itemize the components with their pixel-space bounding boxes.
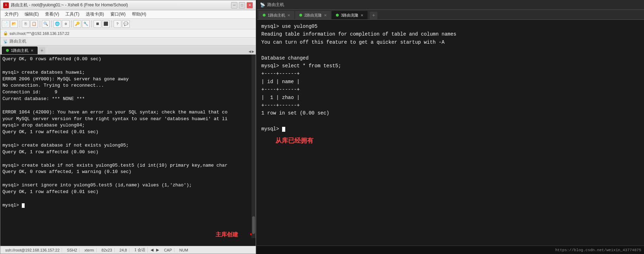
minimize-button[interactable]: ─	[231, 2, 237, 8]
address-bar: 🔒 ssh://root:***@192.168.136.157:22	[0, 29, 256, 38]
menu-tools[interactable]: 工具(T)	[63, 11, 82, 18]
tab-1-close[interactable]: ✕	[31, 49, 33, 52]
menu-file[interactable]: 文件(F)	[2, 11, 21, 18]
lock-icon: 🔒	[3, 31, 8, 36]
tab-bar-left: 1路由主机 ✕ + ◀ ▶	[0, 45, 256, 55]
right-window-title: 路由主机	[267, 2, 284, 8]
settings-button[interactable]: ⚙	[62, 20, 70, 28]
open-button[interactable]: 📂	[10, 20, 18, 28]
right-tab-3[interactable]: 3路由克隆 ✕	[332, 11, 368, 19]
status-bar-left: ssh://root@192.168.136.157:22 SSH2 xterm…	[0, 246, 256, 254]
menu-edit[interactable]: 编辑(E)	[22, 11, 42, 18]
scrollbar-thumb-left[interactable]	[252, 216, 255, 234]
chat-button[interactable]: 💬	[122, 20, 130, 28]
maximize-button[interactable]: □	[239, 2, 245, 8]
right-tab-2-close[interactable]: ✕	[324, 13, 327, 17]
status-arrow-right[interactable]: ▶	[156, 248, 159, 252]
terminal-left[interactable]: Query OK, 0 rows affected (0.00 sec) mys…	[0, 55, 256, 246]
toolbar-separator-5	[91, 20, 92, 27]
close-button[interactable]: ✕	[247, 2, 253, 8]
paste-button[interactable]: 📋	[30, 20, 38, 28]
right-tab-1-label: 1路由主机	[268, 13, 285, 18]
toolbar-separator-4	[71, 20, 72, 27]
toolbar-separator-6	[111, 20, 112, 27]
status-address: ssh://root@192.168.136.157:22	[3, 248, 62, 252]
main-chuangjian-label: 主库创建	[216, 230, 238, 239]
scrollbar-left[interactable]	[251, 55, 256, 238]
bottom-bar-right: https://blog.csdn.net/weixin_43774875	[257, 246, 644, 254]
csdn-link-text: https://blog.csdn.net/weixin_43774875	[555, 248, 641, 252]
title-bar: X 路由主机 - root@yulong01:~ - Xshell 6 (Fre…	[0, 0, 256, 10]
window-title: 路由主机 - root@yulong01:~ - Xshell 6 (Free …	[11, 2, 231, 8]
new-session-button[interactable]: 📄	[2, 20, 9, 28]
status-cols-rows: 82x23	[100, 248, 115, 252]
right-xshell-window: 📡 路由主机 1路由主机 ✕ 2路由克隆 ✕ 3路由克隆 ✕ + mysql> …	[257, 0, 644, 254]
status-pos: 24,8	[117, 248, 129, 252]
status-xterm: xterm	[82, 248, 97, 252]
toolbar-separator-1	[20, 20, 20, 27]
right-tab-add-button[interactable]: +	[370, 12, 377, 19]
toolbar: 📄 📂 ⎘ 📋 🔍 🌐 ⚙ 🔑 🔧 ⏹ ⬛ ? 💬	[0, 19, 256, 29]
session-label: 路由主机	[9, 38, 26, 44]
key-button[interactable]: 🔑	[74, 20, 81, 28]
copy-button[interactable]: ⎘	[22, 20, 30, 28]
right-tab-bar: 1路由主机 ✕ 2路由克隆 ✕ 3路由克隆 ✕ +	[257, 10, 644, 20]
tab-prev-arrow[interactable]: ◀	[249, 49, 251, 54]
status-arrow-left[interactable]: ◀	[151, 248, 153, 252]
status-num: NUM	[177, 248, 190, 252]
window-controls: ─ □ ✕	[231, 2, 253, 8]
terminal-right[interactable]: mysql> use yulong05 Reading table inform…	[257, 20, 644, 246]
right-title-bar: 📡 路由主机	[257, 0, 644, 10]
expand-button[interactable]: ⬛	[102, 20, 110, 28]
left-xshell-window: X 路由主机 - root@yulong01:~ - Xshell 6 (Fre…	[0, 0, 256, 254]
status-caps: CAP	[162, 248, 174, 252]
tab-active-dot	[6, 49, 9, 52]
connect-button[interactable]: 🌐	[53, 20, 61, 28]
right-tab-2[interactable]: 2路由克隆 ✕	[295, 11, 331, 19]
right-tab-1-close[interactable]: ✕	[287, 13, 290, 17]
congku-label: 从库已经拥有	[275, 136, 640, 146]
menu-help[interactable]: 帮助(H)	[129, 11, 149, 18]
right-tab-3-dot	[336, 14, 339, 17]
status-sessions: 1 会话	[132, 247, 148, 253]
terminal-content-left: Query OK, 0 rows affected (0.00 sec) mys…	[2, 56, 254, 209]
right-router-icon: 📡	[260, 2, 265, 7]
tab-next-arrow[interactable]: ▶	[252, 49, 254, 54]
toolbar-separator-3	[51, 20, 52, 27]
right-tab-1[interactable]: 1路由主机 ✕	[259, 11, 294, 19]
right-tab-3-close[interactable]: ✕	[361, 13, 363, 17]
tab-arrows: ◀ ▶	[249, 49, 254, 54]
app-icon: X	[3, 2, 9, 8]
right-tab-2-dot	[299, 14, 302, 17]
tab-add-button[interactable]: +	[38, 47, 45, 54]
you-text: You	[261, 39, 270, 45]
right-tab-3-label: 3路由克隆	[341, 13, 358, 18]
right-tab-1-dot	[263, 14, 266, 17]
stop-button[interactable]: ⏹	[94, 20, 101, 28]
tab-1-router[interactable]: 1路由主机 ✕	[2, 47, 38, 54]
menu-window[interactable]: 窗口(W)	[108, 11, 128, 18]
terminal-content-right: mysql> use yulong05 Reading table inform…	[261, 23, 640, 133]
session-label-bar: 📡 路由主机	[0, 38, 256, 45]
menu-bar: 文件(F) 编辑(E) 查看(V) 工具(T) 选项卡(B) 窗口(W) 帮助(…	[0, 10, 256, 19]
toolbar-separator-2	[40, 20, 40, 27]
menu-tabs[interactable]: 选项卡(B)	[83, 11, 107, 18]
help-button[interactable]: ?	[114, 20, 121, 28]
tool-button[interactable]: 🔧	[82, 20, 90, 28]
menu-view[interactable]: 查看(V)	[42, 11, 62, 18]
right-tab-2-label: 2路由克隆	[304, 13, 322, 18]
status-ssh: SSH2	[65, 248, 79, 252]
search-button[interactable]: 🔍	[42, 20, 50, 28]
tab-1-label: 1路由主机	[11, 48, 28, 53]
address-text: ssh://root:***@192.168.136.157:22	[9, 31, 69, 36]
router-icon: 📡	[3, 39, 8, 44]
